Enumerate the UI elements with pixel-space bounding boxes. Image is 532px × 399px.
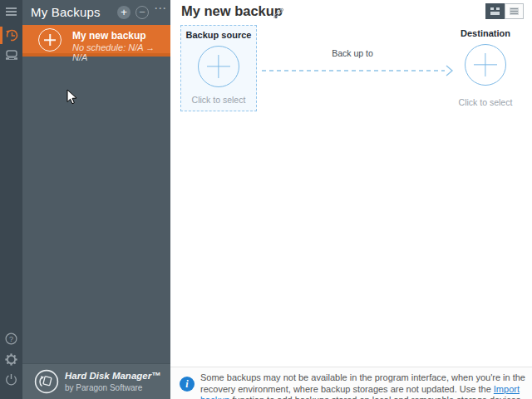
backups-sidebar: My Backups + − ⋯ My new backup No schedu… [22,0,170,399]
mouse-cursor [66,89,78,106]
main-panel: My new backup Backup source Click to sel… [170,0,532,399]
paragon-logo-icon [34,369,59,394]
destination-label: Destination [448,28,523,38]
backup-item-schedule: No schedule: N/A → N/A [72,42,170,62]
backup-list-item[interactable]: My new backup No schedule: N/A → N/A [22,25,170,57]
backup-source-hint: Click to select [181,95,256,105]
remove-backup-button[interactable]: − [135,6,149,19]
info-icon: i [180,377,195,392]
destination-hint: Click to select [448,97,523,107]
tiles-view-icon [490,7,500,15]
details-view-icon [510,7,519,15]
backup-jobs-icon[interactable] [4,27,19,42]
add-source-icon [198,46,239,87]
product-name: Hard Disk Manager™ [65,371,161,381]
sidebar-footer: Hard Disk Manager™ by Paragon Software [22,363,170,399]
destination-target[interactable]: Destination Click to select [448,25,523,107]
settings-gear-icon[interactable] [5,353,17,366]
info-message-part1: Some backups may not be available in the… [200,372,525,394]
more-options-button[interactable]: ⋯ [154,1,167,16]
product-byline: by Paragon Software [65,383,142,392]
plus-circle-icon [38,28,62,52]
app-window: ? My Backups + − ⋯ [0,0,532,399]
details-view-button[interactable] [505,3,524,19]
page-title: My new backup [181,3,283,19]
power-icon[interactable] [5,373,17,386]
tiles-view-button[interactable] [485,3,505,19]
svg-text:?: ? [9,335,13,343]
view-toggle [485,3,524,19]
hamburger-menu-icon[interactable] [6,7,17,17]
edit-pencil-icon[interactable] [272,7,285,20]
add-destination-icon [465,44,506,86]
backup-flow-arrow [260,64,455,77]
flow-label: Back up to [311,48,394,58]
active-indicator [0,27,2,44]
help-icon[interactable]: ? [5,332,17,345]
info-message: Some backups may not be available in the… [200,372,530,399]
info-bar: i Some backups may not be available in t… [170,367,532,399]
sidebar-title: My Backups [31,5,101,19]
backup-item-title: My new backup [72,30,146,42]
add-backup-button[interactable]: + [117,6,131,19]
backup-source-label: Backup source [181,30,256,40]
info-message-part2: function to add backups stored on local … [229,395,523,399]
disks-icon[interactable] [4,47,19,62]
left-rail: ? [0,0,22,399]
backup-source-card[interactable]: Backup source Click to select [180,25,257,111]
